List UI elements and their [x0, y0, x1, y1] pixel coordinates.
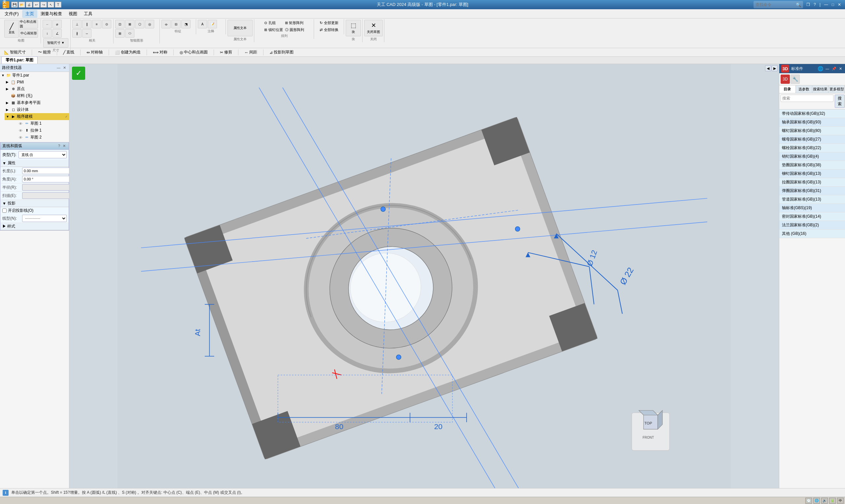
- length-input[interactable]: [22, 167, 69, 174]
- lib-item-7[interactable]: 铆钉国家标准(GB)(13): [779, 169, 845, 178]
- lib-item-2[interactable]: 螺钉国家标准(GB)(80): [779, 127, 845, 135]
- quick-undo-btn[interactable]: ↩: [33, 2, 40, 7]
- tb2-construct[interactable]: ⬜ 创建为构造: [113, 49, 143, 56]
- lib-search-input[interactable]: [781, 95, 833, 102]
- rect-array-btn[interactable]: ⊞ 矩形阵列: [284, 20, 305, 26]
- tree-pmi[interactable]: ▶ 📋 PMI: [5, 79, 69, 86]
- proj-section[interactable]: ▼ 投影: [0, 200, 69, 207]
- refplanes-expand[interactable]: ▶: [6, 101, 10, 105]
- tool-rel6[interactable]: ↔: [82, 29, 91, 38]
- tree-ordered-model[interactable]: ▼ ▶ 顺序建模 ✓: [5, 113, 69, 120]
- quick-print-btn[interactable]: 🖨: [26, 2, 32, 7]
- command-search-input[interactable]: [756, 2, 795, 7]
- tb2-smooth[interactable]: 〜 能滑: [36, 49, 53, 56]
- tb2-spacing[interactable]: ↔ 间距: [242, 49, 259, 56]
- lib-item-13[interactable]: 法兰国家标准(GB)(2): [779, 221, 845, 230]
- lib-item-3[interactable]: 螺母国家标准(GB)(27): [779, 135, 845, 144]
- tool-rel3[interactable]: ≡: [92, 20, 101, 29]
- tool-rel2[interactable]: ∥: [82, 20, 91, 29]
- tool-proptext-btn[interactable]: 属性文本: [227, 20, 253, 36]
- tool-feat1[interactable]: ⌯: [161, 20, 171, 29]
- angle-input[interactable]: [22, 176, 69, 182]
- sketch-tab[interactable]: 零件1.par: 草图: [1, 56, 38, 64]
- tool-dim4[interactable]: ∠: [52, 29, 62, 38]
- lib-item-9[interactable]: 弹圈国家标准(GB)(31): [779, 187, 845, 195]
- quick-cursor-btn[interactable]: ↖: [48, 2, 54, 7]
- tool-dim2[interactable]: ⌀: [52, 20, 62, 29]
- menu-view[interactable]: 视图: [65, 10, 81, 18]
- tree-extrude1[interactable]: 👁 ⬆ 拉伸 1: [0, 127, 69, 134]
- confirm-btn[interactable]: ✓: [72, 67, 85, 80]
- quick-text-btn[interactable]: T: [55, 2, 62, 7]
- extrude1-expand[interactable]: [13, 129, 17, 132]
- tab-more[interactable]: 更多模型: [828, 86, 845, 93]
- tb2-circle2[interactable]: ◎ 中心和点画圆: [178, 49, 210, 56]
- tree-design-body[interactable]: ▶ ◻ 设计体: [5, 106, 69, 113]
- menu-measure[interactable]: 测量与检查: [37, 10, 65, 18]
- menu-home[interactable]: 主页: [22, 10, 37, 18]
- tool-block-btn[interactable]: ⬚ 块: [346, 20, 361, 36]
- 3d-icon-btn[interactable]: 3D: [781, 74, 790, 84]
- proj-checkbox-label[interactable]: 开启投影线(O): [2, 208, 33, 213]
- viewport[interactable]: ✓ ◀ ▶: [69, 64, 779, 488]
- root-expand[interactable]: ▼: [1, 74, 5, 77]
- panel-minimize-btn[interactable]: —: [56, 65, 62, 70]
- help-btn[interactable]: ?: [812, 2, 817, 7]
- tree-origin[interactable]: ▶ ⊕ 原点: [5, 86, 69, 92]
- lib-item-5[interactable]: 销钉国家标准(GB)(4): [779, 152, 845, 161]
- cad-canvas[interactable]: Ø 22 Ø 12 80 20 At: [69, 64, 779, 488]
- material-expand[interactable]: [6, 94, 10, 98]
- quick-redo-btn[interactable]: ↪: [40, 2, 47, 7]
- tool-smart4[interactable]: ◎: [145, 20, 154, 29]
- linetype-select[interactable]: ···············: [22, 215, 67, 222]
- tab-params[interactable]: 选参数: [796, 86, 812, 93]
- maximize-btn[interactable]: □: [830, 2, 835, 7]
- sketch2-expand[interactable]: [13, 136, 17, 140]
- tool-smart5[interactable]: ⊞: [115, 29, 124, 38]
- lib-item-0[interactable]: 带传动国家标准(GB)(32): [779, 109, 845, 118]
- lib-item-6[interactable]: 垫圈国家标准(GB)(38): [779, 161, 845, 169]
- sys-lang[interactable]: 中: [837, 498, 844, 504]
- dialog-help-btn[interactable]: ?: [57, 143, 61, 148]
- tool-rel5[interactable]: ∦: [72, 29, 82, 38]
- tool-rel1[interactable]: ⊥: [72, 20, 82, 29]
- tb2-trim[interactable]: ✂ 修剪: [218, 49, 234, 56]
- attrs-expand[interactable]: ▼: [2, 161, 6, 166]
- tb2-project[interactable]: ⊿ 投影到草图: [268, 49, 295, 56]
- menu-file[interactable]: 文件(F): [1, 10, 22, 18]
- proj-expand[interactable]: ▼: [2, 201, 6, 206]
- attrs-section[interactable]: ▼ 属性: [0, 160, 69, 167]
- tool-center-circle-btn[interactable]: 中心和点画圆: [19, 20, 38, 29]
- sketch1-expand[interactable]: [13, 122, 17, 126]
- restore-btn[interactable]: ❐: [805, 2, 811, 7]
- tool-line-btn[interactable]: ╱ 直线: [4, 20, 19, 38]
- origin-expand[interactable]: ▶: [6, 87, 10, 91]
- designbody-expand[interactable]: ▶: [6, 108, 10, 112]
- update-convert-btn[interactable]: ⇄ 全部转换: [319, 27, 339, 33]
- tb2-smartdim[interactable]: 📐 智能尺寸: [2, 49, 28, 56]
- nav-next-btn[interactable]: ▶: [772, 65, 778, 71]
- close-btn[interactable]: ✕: [837, 2, 842, 7]
- right-collapse-btn[interactable]: —: [825, 66, 830, 71]
- lib-item-12[interactable]: 密封国家标准(GB)(14): [779, 212, 845, 221]
- menu-tools[interactable]: 工具: [81, 10, 96, 18]
- type-select[interactable]: 直线 (l): [18, 151, 67, 158]
- lib-item-10[interactable]: 管道国家标准(GB)(13): [779, 195, 845, 204]
- nav-prev-btn[interactable]: ◀: [765, 65, 771, 71]
- tool-smart2[interactable]: ⊠: [125, 20, 134, 29]
- tool-smart1[interactable]: ⊡: [115, 20, 124, 29]
- tool-dim1[interactable]: ⏤: [42, 20, 52, 29]
- tool-feat3[interactable]: ⬔: [181, 20, 191, 29]
- lib-item-4[interactable]: 螺栓国家标准(GB)(22): [779, 144, 845, 152]
- minimize-btn[interactable]: —: [823, 2, 829, 7]
- tool-anno1[interactable]: A: [198, 20, 207, 29]
- tool-center-rect-btn[interactable]: 中心画矩形: [19, 29, 38, 38]
- right-pin-btn[interactable]: 📌: [831, 66, 838, 71]
- dialog-close-btn[interactable]: ✕: [62, 143, 67, 148]
- orderedmodel-expand[interactable]: ▼: [6, 115, 10, 119]
- style-expand[interactable]: ▶: [2, 224, 6, 229]
- tool-smartdim-btn[interactable]: 智能尺寸 ▼: [43, 38, 68, 48]
- tab-results[interactable]: 搜索结果: [812, 86, 829, 93]
- tree-sketch2[interactable]: 👁 ✏ 草图 2: [0, 134, 69, 141]
- quick-open-btn[interactable]: 📂: [18, 2, 25, 7]
